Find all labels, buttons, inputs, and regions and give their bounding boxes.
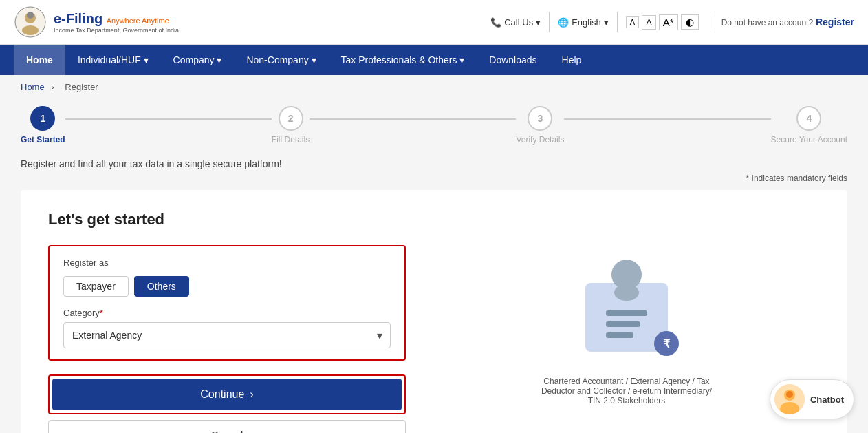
call-us-label: Call Us xyxy=(504,17,533,28)
phone-icon: 📞 xyxy=(490,17,501,28)
nav-downloads[interactable]: Downloads xyxy=(477,45,549,75)
account-text: Do not have an account? xyxy=(721,18,813,28)
breadcrumb-home[interactable]: Home xyxy=(21,82,45,92)
account-area: Do not have an account? Register xyxy=(721,17,854,28)
nav-company[interactable]: Company ▾ xyxy=(161,45,235,75)
top-controls: 📞 Call Us ▾ 🌐 English ▾ A A A* ◐ xyxy=(490,12,698,32)
form-card: Let's get started Register as Taxpayer O… xyxy=(21,190,847,433)
illustration-svg: ₹ xyxy=(565,255,688,366)
step-2: 2 Fill Details xyxy=(272,106,310,145)
step-line-3 xyxy=(564,118,770,120)
register-subtitle: Register and find all your tax data in a… xyxy=(21,158,847,169)
step-3-circle: 3 xyxy=(528,106,552,131)
continue-arrow-icon: › xyxy=(250,388,253,401)
chatbot-label: Chatbot xyxy=(810,394,844,405)
language-selector[interactable]: 🌐 English ▾ xyxy=(558,17,609,28)
font-medium-button[interactable]: A xyxy=(642,15,656,30)
font-small-button[interactable]: A xyxy=(626,16,639,28)
top-bar: e-Filing Anywhere Anytime Income Tax Dep… xyxy=(0,0,868,45)
toggle-taxpayer[interactable]: Taxpayer xyxy=(63,276,129,297)
globe-icon: 🌐 xyxy=(558,17,569,28)
step-2-circle: 2 xyxy=(279,106,303,131)
svg-text:₹: ₹ xyxy=(663,338,671,350)
nav-home[interactable]: Home xyxy=(14,45,65,75)
call-us-button[interactable]: 📞 Call Us ▾ xyxy=(490,17,541,28)
breadcrumb-current: Register xyxy=(65,82,98,92)
contrast-button[interactable]: ◐ xyxy=(681,14,699,30)
nav-tax-professionals[interactable]: Tax Professionals & Others ▾ xyxy=(329,45,477,75)
font-controls: A A A* ◐ xyxy=(626,14,699,30)
register-as-label: Register as xyxy=(63,257,391,268)
top-right: 📞 Call Us ▾ 🌐 English ▾ A A A* ◐ Do not … xyxy=(490,12,854,32)
call-us-chevron: ▾ xyxy=(536,17,541,28)
font-large-button[interactable]: A* xyxy=(659,14,678,30)
form-left: Let's get started Register as Taxpayer O… xyxy=(48,211,406,433)
breadcrumb: Home › Register xyxy=(0,75,868,99)
form-right: ₹ Chartered Accountant / External Agency… xyxy=(433,211,820,433)
step-4: 4 Secure Your Account xyxy=(771,106,847,145)
nav-help[interactable]: Help xyxy=(550,45,594,75)
svg-point-3 xyxy=(27,12,34,19)
continue-button[interactable]: Continue › xyxy=(52,379,402,410)
form-inner: Let's get started Register as Taxpayer O… xyxy=(48,211,820,433)
continue-box: Continue › xyxy=(48,374,406,414)
mandatory-note: * Indicates mandatory fields xyxy=(21,173,847,183)
logo-area: e-Filing Anywhere Anytime Income Tax Dep… xyxy=(14,6,179,39)
svg-rect-7 xyxy=(606,310,647,316)
step-line-1 xyxy=(65,118,272,120)
svg-point-6 xyxy=(614,284,639,301)
step-1-label: Get Started xyxy=(21,135,65,145)
logo-emblem xyxy=(14,6,47,39)
category-select[interactable]: External Agency Chartered Accountant Tax… xyxy=(63,322,391,348)
logo-tagline: Anywhere Anytime xyxy=(107,17,169,25)
toggle-buttons: Taxpayer Others xyxy=(63,276,391,297)
chatbot-widget[interactable]: Chatbot xyxy=(770,379,854,419)
main-content: 1 Get Started 2 Fill Details 3 Verify De… xyxy=(0,99,868,433)
logo-e-filing: e-Filing xyxy=(54,11,102,26)
nav-non-company[interactable]: Non-Company ▾ xyxy=(234,45,328,75)
step-4-label: Secure Your Account xyxy=(771,135,847,145)
language-label: English xyxy=(572,17,601,28)
lang-chevron: ▾ xyxy=(604,17,609,28)
step-line-2 xyxy=(310,118,516,120)
step-1-circle: 1 xyxy=(30,106,55,131)
required-star: * xyxy=(100,308,103,318)
register-link[interactable]: Register xyxy=(816,17,854,28)
divider-3 xyxy=(710,12,710,32)
svg-point-2 xyxy=(22,25,39,35)
toggle-others[interactable]: Others xyxy=(134,276,189,297)
chatbot-avatar xyxy=(774,384,805,414)
step-2-label: Fill Details xyxy=(272,135,310,145)
svg-rect-9 xyxy=(606,332,633,338)
chatbot-avatar-svg xyxy=(774,384,805,414)
steps-row: 1 Get Started 2 Fill Details 3 Verify De… xyxy=(21,106,847,145)
cancel-button[interactable]: Cancel xyxy=(48,420,406,433)
breadcrumb-separator: › xyxy=(51,82,54,92)
step-4-circle: 4 xyxy=(796,106,821,131)
category-select-wrapper: External Agency Chartered Accountant Tax… xyxy=(63,322,391,348)
svg-rect-8 xyxy=(606,321,640,327)
illustration-caption: Chartered Accountant / External Agency /… xyxy=(537,377,716,405)
divider-1 xyxy=(549,12,550,32)
illustration: ₹ Chartered Accountant / External Agency… xyxy=(537,255,716,405)
step-3-label: Verify Details xyxy=(516,135,564,145)
divider-2 xyxy=(617,12,618,32)
category-label: Category* xyxy=(63,308,391,318)
section-title: Let's get started xyxy=(48,211,406,229)
register-as-box: Register as Taxpayer Others Category* Ex… xyxy=(48,245,406,361)
nav-bar: Home Individual/HUF ▾ Company ▾ Non-Comp… xyxy=(0,45,868,75)
logo-main: e-Filing Anywhere Anytime xyxy=(54,11,179,27)
nav-individual-huf[interactable]: Individual/HUF ▾ xyxy=(65,45,161,75)
step-3: 3 Verify Details xyxy=(516,106,564,145)
logo-dept: Income Tax Department, Government of Ind… xyxy=(54,27,179,34)
step-1: 1 Get Started xyxy=(21,106,65,145)
logo-text-area: e-Filing Anywhere Anytime Income Tax Dep… xyxy=(54,11,179,34)
continue-label: Continue xyxy=(200,388,244,401)
svg-point-15 xyxy=(786,391,793,398)
